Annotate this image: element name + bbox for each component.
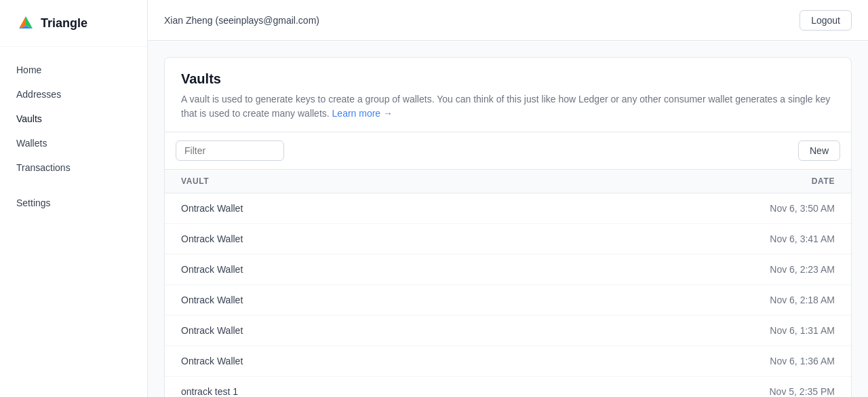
table-row[interactable]: Ontrack Wallet Nov 6, 3:50 AM: [165, 193, 851, 224]
vault-name: Ontrack Wallet: [181, 356, 686, 366]
main-content: Xian Zheng (seeinplays@gmail.com) Logout…: [148, 0, 868, 397]
page-title: Vaults: [181, 71, 835, 87]
vault-name: Ontrack Wallet: [181, 325, 686, 336]
vault-name: Ontrack Wallet: [181, 264, 686, 275]
sidebar-item-home[interactable]: Home: [0, 58, 147, 82]
sidebar-item-settings[interactable]: Settings: [0, 191, 147, 215]
sidebar-navigation: Home Addresses Vaults Wallets Transactio…: [0, 47, 147, 226]
sidebar: Triangle Home Addresses Vaults Wallets T…: [0, 0, 148, 397]
sidebar-item-transactions[interactable]: Transactions: [0, 155, 147, 180]
vault-date: Nov 6, 2:18 AM: [686, 295, 835, 305]
vault-name: Ontrack Wallet: [181, 233, 686, 244]
page-content: Vaults A vault is used to generate keys …: [148, 41, 868, 397]
sidebar-item-vaults[interactable]: Vaults: [0, 107, 147, 131]
table-row[interactable]: Ontrack Wallet Nov 6, 1:31 AM: [165, 316, 851, 346]
table-row[interactable]: Ontrack Wallet Nov 6, 2:18 AM: [165, 285, 851, 316]
table-row[interactable]: Ontrack Wallet Nov 6, 2:23 AM: [165, 254, 851, 285]
topbar: Xian Zheng (seeinplays@gmail.com) Logout: [148, 0, 868, 41]
logo-container: Triangle: [0, 0, 147, 47]
toolbar: New: [165, 132, 851, 170]
vault-date: Nov 6, 3:41 AM: [686, 233, 835, 244]
sidebar-item-addresses[interactable]: Addresses: [0, 82, 147, 107]
vault-name: Ontrack Wallet: [181, 203, 686, 214]
description-text: A vault is used to generate keys to crea…: [181, 94, 830, 119]
table-body: Ontrack Wallet Nov 6, 3:50 AM Ontrack Wa…: [165, 193, 851, 397]
logo-text: Triangle: [41, 16, 87, 31]
vault-date: Nov 6, 1:36 AM: [686, 356, 835, 366]
logout-button[interactable]: Logout: [800, 10, 852, 31]
vault-name: ontrack test 1: [181, 386, 686, 397]
table-row[interactable]: Ontrack Wallet Nov 6, 1:36 AM: [165, 346, 851, 377]
triangle-logo-icon: [16, 14, 35, 33]
column-header-vault: VAULT: [181, 176, 686, 186]
vaults-card: Vaults A vault is used to generate keys …: [164, 57, 852, 397]
vault-date: Nov 5, 2:35 PM: [686, 386, 835, 397]
learn-more-link[interactable]: Learn more →: [332, 108, 393, 119]
new-button[interactable]: New: [798, 140, 840, 161]
column-header-date: DATE: [686, 176, 835, 186]
user-info: Xian Zheng (seeinplays@gmail.com): [164, 15, 319, 26]
sidebar-item-wallets[interactable]: Wallets: [0, 131, 147, 155]
vault-date: Nov 6, 1:31 AM: [686, 325, 835, 336]
table-row[interactable]: Ontrack Wallet Nov 6, 3:41 AM: [165, 224, 851, 254]
vault-date: Nov 6, 3:50 AM: [686, 203, 835, 214]
vault-date: Nov 6, 2:23 AM: [686, 264, 835, 275]
table-row[interactable]: ontrack test 1 Nov 5, 2:35 PM: [165, 377, 851, 397]
vault-name: Ontrack Wallet: [181, 295, 686, 305]
table-header: VAULT DATE: [165, 170, 851, 193]
card-header: Vaults A vault is used to generate keys …: [165, 58, 851, 132]
page-description: A vault is used to generate keys to crea…: [181, 92, 835, 121]
filter-input[interactable]: [176, 140, 284, 161]
